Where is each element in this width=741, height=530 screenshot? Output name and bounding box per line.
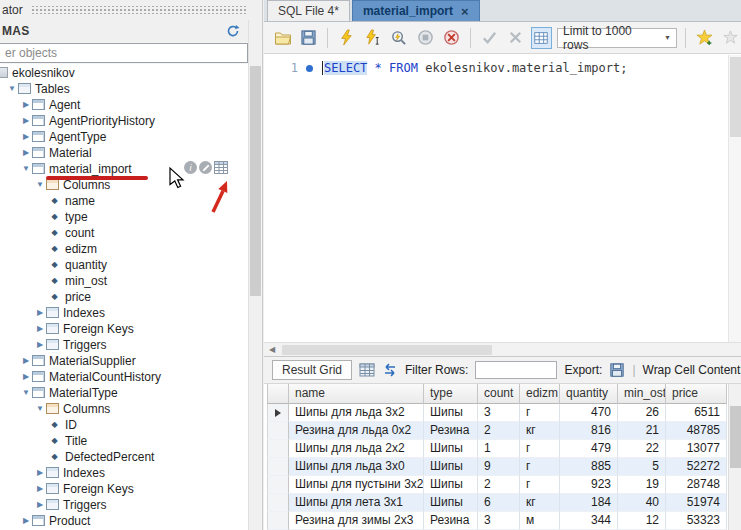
cell-quantity[interactable]: 470: [560, 404, 618, 422]
tree-item-materialsupplier[interactable]: ▶MaterialSupplier: [0, 352, 248, 368]
table-info-icon[interactable]: i: [184, 161, 197, 174]
snippets-sidebar-button[interactable]: [720, 27, 741, 49]
expander-icon[interactable]: ▼: [34, 401, 46, 417]
tab-sql-file-4[interactable]: SQL File 4*: [267, 0, 350, 21]
cell-type[interactable]: Шипы: [424, 440, 478, 458]
cell-edizm[interactable]: кг: [520, 494, 560, 512]
cell-type[interactable]: Шипы: [424, 494, 478, 512]
expander-icon[interactable]: ▶: [20, 113, 32, 129]
cell-price[interactable]: 52272: [666, 458, 727, 476]
cell-count[interactable]: 6: [478, 494, 520, 512]
row-selector[interactable]: [267, 476, 289, 494]
scrollbar-thumb[interactable]: [282, 345, 492, 355]
editor-vertical-scrollbar[interactable]: [728, 55, 741, 342]
expander-icon[interactable]: ▶: [20, 145, 32, 161]
expander-icon[interactable]: ▶: [34, 481, 46, 497]
column-header-quantity[interactable]: quantity: [560, 384, 618, 404]
tree-item-material[interactable]: ▶Material: [0, 144, 248, 160]
expander-icon[interactable]: ▼: [34, 177, 46, 193]
row-selector[interactable]: [267, 512, 289, 530]
cell-edizm[interactable]: г: [520, 458, 560, 476]
close-tab-icon[interactable]: ×: [461, 5, 469, 18]
scroll-left-icon[interactable]: ◀: [264, 343, 280, 357]
tree-item-materialtype[interactable]: ▼MaterialType: [0, 384, 248, 400]
execute-button[interactable]: [336, 27, 357, 49]
expander-icon[interactable]: ▶: [34, 465, 46, 481]
tree-item-indexes[interactable]: ▶Indexes: [0, 464, 248, 480]
column-header-price[interactable]: price: [666, 384, 727, 404]
tree-item-price[interactable]: ◆price: [0, 288, 248, 304]
expander-icon[interactable]: ▶: [20, 369, 32, 385]
tree-item-quantity[interactable]: ◆quantity: [0, 256, 248, 272]
cell-edizm[interactable]: м: [520, 512, 560, 530]
panel-drag-handle[interactable]: [31, 6, 248, 14]
expander-icon[interactable]: ▶: [20, 129, 32, 145]
tree-item-name[interactable]: ◆name: [0, 192, 248, 208]
cell-count[interactable]: 3: [478, 404, 520, 422]
scrollbar-thumb[interactable]: [730, 57, 741, 137]
cell-type[interactable]: Резина: [424, 422, 478, 440]
cell-min_ost[interactable]: 26: [618, 404, 666, 422]
stop-execution-button[interactable]: [415, 27, 436, 49]
row-selector[interactable]: [267, 458, 289, 476]
cell-count[interactable]: 9: [478, 458, 520, 476]
cell-name[interactable]: Резина для льда 0x2: [289, 422, 424, 440]
cell-name[interactable]: Шипы для льда 3x0: [289, 458, 424, 476]
cell-edizm[interactable]: кг: [520, 422, 560, 440]
scrollbar-thumb[interactable]: [250, 66, 261, 296]
tree-item-columns[interactable]: ▼Columns: [0, 176, 248, 192]
cell-quantity[interactable]: 344: [560, 512, 618, 530]
cell-price[interactable]: 6511: [666, 404, 727, 422]
sql-editor-area[interactable]: 1 SELECT * FROM ekolesnikov.material_imp…: [264, 55, 741, 342]
cell-quantity[interactable]: 479: [560, 440, 618, 458]
expander-icon[interactable]: ▶: [34, 497, 46, 513]
cell-type[interactable]: Резина: [424, 512, 478, 530]
tree-item-title[interactable]: ◆Title: [0, 432, 248, 448]
navigator-scrollbar[interactable]: [248, 20, 261, 530]
tree-item-foreign-keys[interactable]: ▶Foreign Keys: [0, 320, 248, 336]
expander-icon[interactable]: ▼: [20, 385, 32, 401]
tree-item-id[interactable]: ◆ID: [0, 416, 248, 432]
cell-edizm[interactable]: г: [520, 440, 560, 458]
cell-quantity[interactable]: 816: [560, 422, 618, 440]
explain-plan-button[interactable]: [388, 27, 409, 49]
column-header-min_ost[interactable]: min_ost: [618, 384, 666, 404]
cell-min_ost[interactable]: 21: [618, 422, 666, 440]
expander-icon[interactable]: ▶: [20, 513, 32, 529]
grid-row[interactable]: Шипы для пустыни 3x2Шипы2г9231928748: [267, 476, 727, 494]
tree-item-count[interactable]: ◆count: [0, 224, 248, 240]
tree-item-defectedpercent[interactable]: ◆DefectedPercent: [0, 448, 248, 464]
row-selector[interactable]: [267, 494, 289, 512]
tree-item-triggers[interactable]: ▶Triggers: [0, 496, 248, 512]
save-snippet-button[interactable]: [694, 27, 715, 49]
scrollbar-thumb[interactable]: [730, 406, 741, 468]
cell-min_ost[interactable]: 5: [618, 458, 666, 476]
grid-row[interactable]: Шипы для лета 3x1Шипы6кг1844051974: [267, 494, 727, 512]
cell-name[interactable]: Шипы для льда 2x2: [289, 440, 424, 458]
grid-row[interactable]: Резина для льда 0x2Резина2кг8162148785: [267, 422, 727, 440]
cell-name[interactable]: Шипы для лета 3x1: [289, 494, 424, 512]
column-header-name[interactable]: name: [289, 384, 424, 404]
cell-min_ost[interactable]: 22: [618, 440, 666, 458]
cell-min_ost[interactable]: 40: [618, 494, 666, 512]
expander-icon[interactable]: ▼: [20, 161, 32, 177]
row-selector-header[interactable]: [267, 384, 289, 404]
expander-icon[interactable]: ▶: [34, 321, 46, 337]
expander-icon[interactable]: ▶: [34, 337, 46, 353]
cell-count[interactable]: 3: [478, 512, 520, 530]
column-header-edizm[interactable]: edizm: [520, 384, 560, 404]
tree-item-type[interactable]: ◆type: [0, 208, 248, 224]
expander-icon[interactable]: ▶: [20, 353, 32, 369]
grid-row[interactable]: Шипы для льда 2x2Шипы1г4792213077: [267, 440, 727, 458]
cell-price[interactable]: 53323: [666, 512, 727, 530]
cell-type[interactable]: Шипы: [424, 476, 478, 494]
commit-button[interactable]: [479, 27, 500, 49]
cell-quantity[interactable]: 923: [560, 476, 618, 494]
cell-min_ost[interactable]: 19: [618, 476, 666, 494]
cell-type[interactable]: Шипы: [424, 458, 478, 476]
cell-edizm[interactable]: г: [520, 476, 560, 494]
grid-row[interactable]: Резина для зимы 2x3Резина3м3441253323: [267, 512, 727, 530]
grid-row[interactable]: Шипы для льда 3x2Шипы3г470266511: [267, 404, 727, 422]
row-selector[interactable]: [267, 440, 289, 458]
execute-current-statement-button[interactable]: [362, 27, 383, 49]
